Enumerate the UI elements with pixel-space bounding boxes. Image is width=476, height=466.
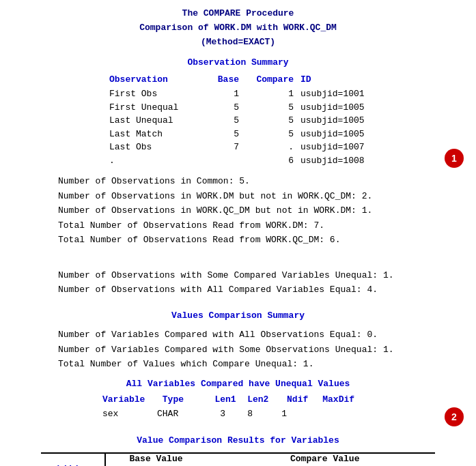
compare-cell: 1 <box>246 87 300 101</box>
compare-cell: 5 <box>246 101 300 115</box>
values-stat-line: Number of Variables Compared with All Ob… <box>58 327 462 342</box>
var-col-len1: Len1 <box>209 394 236 405</box>
values-section: Number of Variables Compared with All Ob… <box>58 327 462 371</box>
stat-line: Number of Observations with All Compared… <box>58 282 462 297</box>
var-table-header: Variable Type Len1 Len2 Ndif MaxDif <box>0 394 476 405</box>
subj-col-header <box>41 453 105 464</box>
compare-cell: 5 <box>246 128 300 141</box>
base-cell: 5 <box>205 101 246 115</box>
var-rows: sexCHAR381 <box>0 407 476 422</box>
comp-table: Base Value Compare Value usubjid sex sex… <box>41 452 435 466</box>
base-cell: 5 <box>205 128 246 141</box>
id-cell: usubjid=1005 <box>300 114 410 128</box>
annotation-circle-2: 2 <box>445 407 464 426</box>
id-cell: usubjid=1007 <box>300 141 410 154</box>
subj-col-label: usubjid <box>41 464 105 466</box>
comp-table-wrapper: Base Value Compare Value usubjid sex sex… <box>41 452 435 466</box>
stats-block-1: Number of Observations in Common: 5.Numb… <box>58 174 462 247</box>
obs-summary-title: Observation Summary <box>0 57 476 68</box>
compare-cell: 5 <box>246 114 300 128</box>
obs-table-header: Observation Base Compare ID <box>0 74 476 85</box>
obs-cell: . <box>109 154 205 168</box>
obs-cell: First Obs <box>109 87 205 101</box>
stats-block-2: Number of Observations with Some Compare… <box>58 268 462 297</box>
id-cell: usubjid=1005 <box>300 101 410 115</box>
table-row: Base Value Compare Value <box>41 453 435 464</box>
annotation-circle-1: 1 <box>445 149 464 168</box>
obs-cell: First Unequal <box>109 101 205 115</box>
stat-line: Total Number of Observations Read from W… <box>58 233 462 247</box>
stat-line: Total Number of Observations Read from W… <box>58 218 462 233</box>
var-len2: 8 <box>225 407 253 422</box>
var-ndif: 1 <box>253 407 287 422</box>
vline <box>105 464 129 466</box>
base-header: Base Value <box>130 453 291 464</box>
obs-cell: Last Unequal <box>109 114 205 128</box>
table-row: Last Match55usubjid=1005 <box>0 128 476 141</box>
var-col-maxdif: MaxDif <box>313 394 354 405</box>
table-row: Last Unequal55usubjid=1005 <box>0 114 476 128</box>
page-title: The COMPARE Procedure Comparison of WORK… <box>0 7 476 49</box>
id-cell: usubjid=1005 <box>300 128 410 141</box>
values-comparison-title: Values Comparison Summary <box>0 310 476 321</box>
col-id-header: ID <box>300 74 410 85</box>
col-compare-header: Compare <box>246 74 300 85</box>
var-col-variable: Variable <box>102 394 157 405</box>
compare-cell: 6 <box>246 154 300 168</box>
table-row: First Obs11usubjid=1001 <box>0 87 476 101</box>
base-cell: 1 <box>205 87 246 101</box>
id-cell: usubjid=1001 <box>300 87 410 101</box>
base-cell: 5 <box>205 114 246 128</box>
var-col-ndif: Ndif <box>274 394 308 405</box>
values-stat-line: Total Number of Values which Compare Une… <box>58 357 462 371</box>
table-row: .6usubjid=1008 <box>0 154 476 168</box>
stat-line: Number of Observations with Some Compare… <box>58 268 462 282</box>
col-base-header: Base <box>205 74 246 85</box>
base-cell: 7 <box>205 141 246 154</box>
id-cell: usubjid=1008 <box>300 154 410 168</box>
var-name: sex <box>102 407 157 422</box>
table-row: usubjid sex sex <box>41 464 435 466</box>
obs-cell: Last Obs <box>109 141 205 154</box>
obs-table: Observation Base Compare ID First Obs11u… <box>0 74 476 167</box>
values-stat-line: Number of Variables Compared with Some O… <box>58 343 462 357</box>
compare-header: Compare Value <box>290 453 435 464</box>
var-table: Variable Type Len1 Len2 Ndif MaxDif sexC… <box>0 394 476 422</box>
base-cell <box>205 154 246 168</box>
obs-rows: First Obs11usubjid=1001First Unequal55us… <box>0 87 476 167</box>
var-col-len2: Len2 <box>241 394 268 405</box>
var-type: CHAR <box>157 407 198 422</box>
stat-line: Number of Observations in Common: 5. <box>58 174 462 188</box>
base-subheader: sex <box>130 464 291 466</box>
stat-line: Number of Observations in WORK.QC_DM but… <box>58 203 462 218</box>
comp-results-title: Value Comparison Results for Variables <box>0 435 476 446</box>
stat-line: Number of Observations in WORK.DM but no… <box>58 189 462 203</box>
table-row: Last Obs7.usubjid=1007 <box>0 141 476 154</box>
var-col-type: Type <box>163 394 204 405</box>
table-row: First Unequal55usubjid=1005 <box>0 101 476 115</box>
list-item: sexCHAR381 <box>0 407 476 422</box>
vline <box>105 453 129 464</box>
compare-subheader: sex <box>290 464 435 466</box>
allvars-title: All Variables Compared have Unequal Valu… <box>0 379 476 389</box>
compare-cell: . <box>246 141 300 154</box>
col-obs-header: Observation <box>109 74 205 85</box>
var-len1: 3 <box>198 407 225 422</box>
obs-cell: Last Match <box>109 128 205 141</box>
